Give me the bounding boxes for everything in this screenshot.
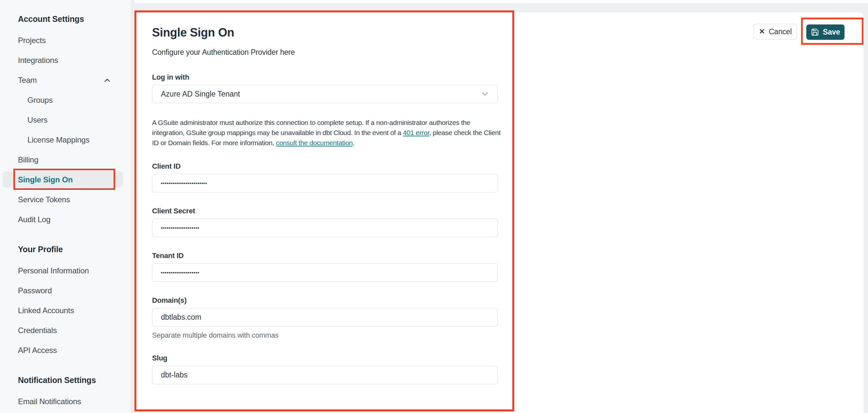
save-button[interactable]: Save	[806, 25, 844, 40]
sso-form: Single Sign On Configure your Authentica…	[152, 12, 504, 384]
domains-input[interactable]	[152, 308, 498, 326]
login-with-selected-value: Azure AD Single Tenant	[161, 90, 240, 98]
tenant-id-label: Tenant ID	[152, 252, 504, 260]
sidebar-heading-account-settings: Account Settings	[0, 14, 130, 24]
sidebar-item-billing[interactable]: Billing	[0, 150, 130, 170]
login-with-label: Log in with	[152, 73, 504, 82]
sidebar-heading-notification-settings: Notification Settings	[0, 375, 130, 385]
slug-input[interactable]	[152, 366, 498, 384]
domains-group: Domain(s) Separate multiple domains with…	[152, 296, 504, 340]
page-subtitle: Configure your Authentication Provider h…	[152, 47, 504, 57]
sidebar-item-api-access[interactable]: API Access	[0, 340, 130, 360]
page-title: Single Sign On	[152, 26, 504, 40]
sidebar-item-team[interactable]: Team	[0, 70, 130, 90]
sidebar-item-license-mappings[interactable]: License Mappings	[0, 130, 130, 150]
sidebar-item-service-tokens[interactable]: Service Tokens	[0, 190, 130, 210]
sidebar-item-integrations[interactable]: Integrations	[0, 50, 130, 70]
client-id-label: Client ID	[152, 162, 504, 170]
slug-group: Slug	[152, 354, 504, 384]
sidebar-item-password[interactable]: Password	[0, 281, 130, 300]
tenant-id-input[interactable]	[152, 263, 498, 282]
sidebar-heading-your-profile: Your Profile	[0, 244, 130, 254]
chevron-down-icon	[480, 89, 490, 99]
domains-label: Domain(s)	[152, 296, 504, 305]
settings-sidebar: Account Settings Projects Integrations T…	[0, 0, 130, 413]
sidebar-item-email-notifications[interactable]: Email Notifications	[0, 391, 130, 411]
slug-label: Slug	[152, 354, 504, 362]
gsuite-note-line3: ID or Domain fields. For more informatio…	[152, 138, 504, 148]
sidebar-item-personal-information[interactable]: Personal Information	[0, 261, 130, 281]
login-with-select[interactable]: Azure AD Single Tenant	[152, 85, 498, 103]
sidebar-item-groups[interactable]: Groups	[0, 90, 130, 110]
client-secret-group: Client Secret	[152, 207, 504, 237]
401-error-link[interactable]: 401 error	[403, 129, 429, 136]
close-icon: ✕	[759, 28, 765, 35]
save-button-label: Save	[823, 28, 840, 36]
sidebar-item-audit-log[interactable]: Audit Log	[0, 210, 130, 229]
client-secret-input[interactable]	[152, 219, 498, 237]
sidebar-item-single-sign-on[interactable]: Single Sign On	[0, 170, 130, 190]
chevron-up-icon[interactable]	[103, 76, 112, 85]
sidebar-section-account-settings: Account Settings Projects Integrations T…	[0, 14, 130, 229]
cancel-button[interactable]: ✕ Cancel	[754, 24, 797, 39]
sso-settings-page: Account Settings Projects Integrations T…	[0, 0, 868, 413]
gsuite-note-line2: integration, GSuite group mappings may b…	[152, 128, 504, 138]
tenant-id-group: Tenant ID	[152, 252, 504, 282]
save-icon	[811, 28, 819, 36]
top-header-strip	[134, 0, 868, 3]
header-actions: ✕ Cancel Save	[754, 24, 844, 40]
gsuite-note-line1: A GSuite administrator must authorize th…	[152, 118, 504, 128]
sidebar-item-projects[interactable]: Projects	[0, 30, 130, 50]
sidebar-item-users[interactable]: Users	[0, 110, 130, 130]
sidebar-section-notification-settings: Notification Settings Email Notification…	[0, 375, 130, 411]
cancel-button-label: Cancel	[769, 27, 792, 36]
sidebar-item-credentials[interactable]: Credentials	[0, 320, 130, 340]
sso-content-card: ✕ Cancel Save Single Sign On Configure y…	[134, 12, 864, 413]
consult-documentation-link[interactable]: consult the documentation	[276, 139, 353, 147]
client-secret-label: Client Secret	[152, 207, 504, 215]
client-id-input[interactable]	[152, 174, 498, 192]
client-id-group: Client ID	[152, 162, 504, 192]
sidebar-section-your-profile: Your Profile Personal Information Passwo…	[0, 244, 130, 360]
sidebar-item-linked-accounts[interactable]: Linked Accounts	[0, 300, 130, 320]
gsuite-note: A GSuite administrator must authorize th…	[152, 118, 504, 148]
domains-helper-text: Separate multiple domains with commas	[152, 331, 504, 340]
